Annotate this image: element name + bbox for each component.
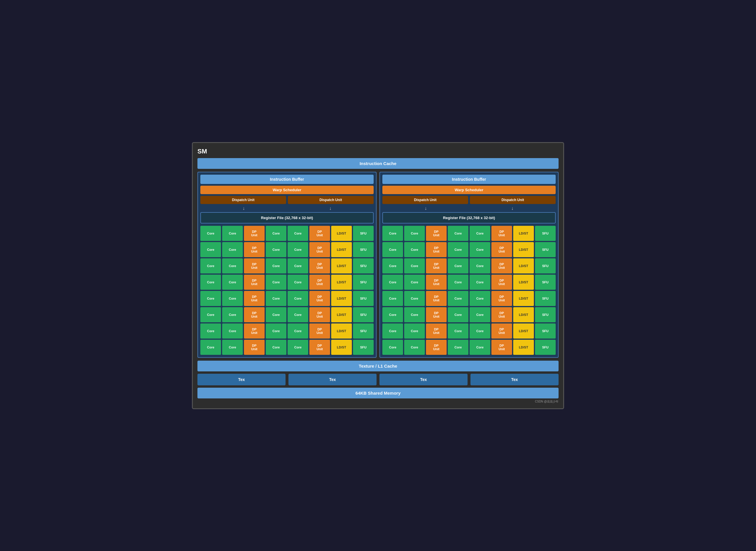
cell: SFU — [353, 291, 374, 306]
cell: Core — [404, 291, 425, 306]
cell: Core — [470, 307, 490, 322]
cell: SFU — [353, 340, 374, 355]
cell: DPUnit — [309, 291, 330, 306]
cell: DPUnit — [309, 340, 330, 355]
left-instruction-buffer: Instruction Buffer — [200, 175, 374, 184]
cell: LD/ST — [331, 242, 352, 257]
right-arrows: ↓↓ — [382, 206, 556, 211]
left-arrows: ↓↓ — [200, 206, 374, 211]
left-core-grid: Core Core DPUnit Core Core DPUnit LD/ST … — [200, 226, 374, 355]
cell: Core — [266, 274, 286, 290]
cell: DPUnit — [426, 307, 447, 322]
cell: Core — [222, 291, 243, 306]
cell: Core — [288, 258, 308, 273]
cell: DPUnit — [244, 258, 265, 273]
cell: DPUnit — [426, 324, 447, 339]
cell: DPUnit — [426, 242, 447, 257]
cell: Core — [404, 307, 425, 322]
cell: LD/ST — [331, 258, 352, 273]
cell: DPUnit — [491, 307, 512, 322]
cell: Core — [288, 274, 308, 290]
left-dispatch-unit-1: Dispatch Unit — [200, 196, 286, 204]
instruction-cache: Instruction Cache — [198, 158, 558, 169]
cell: Core — [404, 242, 425, 257]
cell: Core — [266, 226, 286, 241]
cell: DPUnit — [491, 324, 512, 339]
cell: LD/ST — [513, 242, 534, 257]
right-warp-block: Instruction Buffer Warp Scheduler Dispat… — [379, 172, 558, 358]
cell: Core — [470, 258, 490, 273]
cell: DPUnit — [309, 242, 330, 257]
tex-unit-2: Tex — [289, 374, 377, 385]
sm-container: SM Instruction Cache Instruction Buffer … — [192, 142, 564, 409]
cell: DPUnit — [244, 340, 265, 355]
cell: Core — [404, 340, 425, 355]
cell: SFU — [535, 242, 556, 257]
left-warp-block: Instruction Buffer Warp Scheduler Dispat… — [198, 172, 377, 358]
cell: DPUnit — [491, 226, 512, 241]
cell: SFU — [353, 258, 374, 273]
cell: Core — [470, 226, 490, 241]
cell: LD/ST — [331, 324, 352, 339]
cell: SFU — [535, 324, 556, 339]
right-warp-scheduler: Warp Scheduler — [382, 186, 556, 194]
cell: SFU — [535, 258, 556, 273]
cell: Core — [222, 258, 243, 273]
cell: Core — [222, 324, 243, 339]
cell: Core — [288, 242, 308, 257]
left-warp-scheduler: Warp Scheduler — [200, 186, 374, 194]
cell: DPUnit — [244, 226, 265, 241]
cell: Core — [448, 324, 468, 339]
cell: Core — [222, 226, 243, 241]
cell: Core — [382, 291, 403, 306]
cell: LD/ST — [331, 340, 352, 355]
cell: LD/ST — [331, 226, 352, 241]
cell: LD/ST — [331, 291, 352, 306]
cell: Core — [200, 242, 221, 257]
left-dispatch-unit-2: Dispatch Unit — [288, 196, 374, 204]
cell: Core — [266, 340, 286, 355]
cell: DPUnit — [309, 226, 330, 241]
cell: DPUnit — [309, 274, 330, 290]
cell: LD/ST — [513, 258, 534, 273]
cell: SFU — [353, 307, 374, 322]
right-register-file: Register File (32,768 x 32-bit) — [382, 212, 556, 223]
cell: Core — [448, 307, 468, 322]
cell: Core — [200, 324, 221, 339]
cell: Core — [382, 340, 403, 355]
tex-units-row: Tex Tex Tex Tex — [198, 374, 558, 385]
bottom-section: Texture / L1 Cache Tex Tex Tex Tex 64KB … — [198, 361, 558, 399]
cell: SFU — [353, 274, 374, 290]
cell: Core — [448, 242, 468, 257]
cell: DPUnit — [244, 324, 265, 339]
watermark: CSDN @花花少年 — [198, 400, 558, 404]
cell: DPUnit — [309, 307, 330, 322]
cell: Core — [404, 226, 425, 241]
cell: Core — [382, 307, 403, 322]
cell: DPUnit — [491, 242, 512, 257]
tex-unit-4: Tex — [470, 374, 558, 385]
cell: SFU — [535, 307, 556, 322]
cell: DPUnit — [244, 242, 265, 257]
cell: Core — [382, 324, 403, 339]
cell: Core — [200, 307, 221, 322]
cell: Core — [288, 307, 308, 322]
cell: Core — [448, 291, 468, 306]
cell: Core — [448, 226, 468, 241]
cell: Core — [200, 258, 221, 273]
cell: DPUnit — [244, 291, 265, 306]
cell: Core — [266, 307, 286, 322]
cell: Core — [470, 340, 490, 355]
tex-unit-1: Tex — [198, 374, 286, 385]
cell: LD/ST — [331, 307, 352, 322]
cell: DPUnit — [491, 340, 512, 355]
cell: Core — [382, 258, 403, 273]
cell: SFU — [353, 226, 374, 241]
cell: Core — [200, 274, 221, 290]
cell: Core — [266, 324, 286, 339]
cell: DPUnit — [426, 226, 447, 241]
cell: SFU — [535, 274, 556, 290]
cell: Core — [470, 242, 490, 257]
cell: Core — [448, 340, 468, 355]
cell: Core — [288, 226, 308, 241]
